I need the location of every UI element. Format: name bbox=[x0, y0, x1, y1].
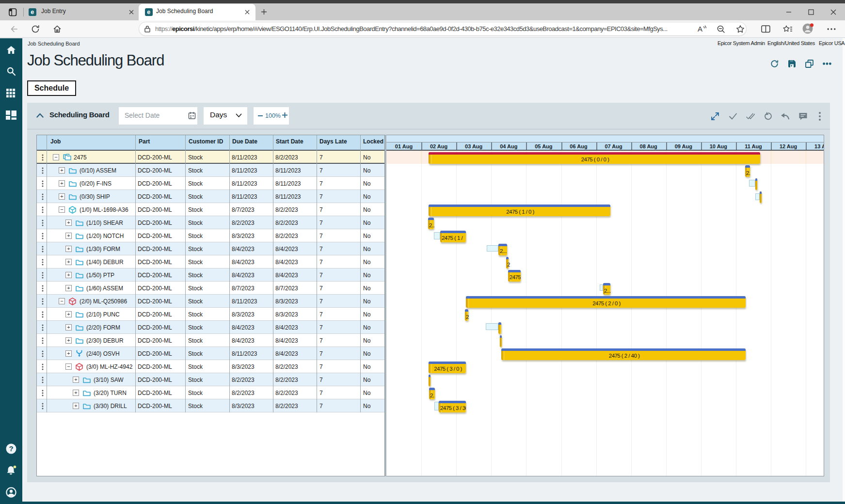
svg-text:A: A bbox=[698, 25, 702, 33]
svg-text:?: ? bbox=[9, 444, 13, 453]
